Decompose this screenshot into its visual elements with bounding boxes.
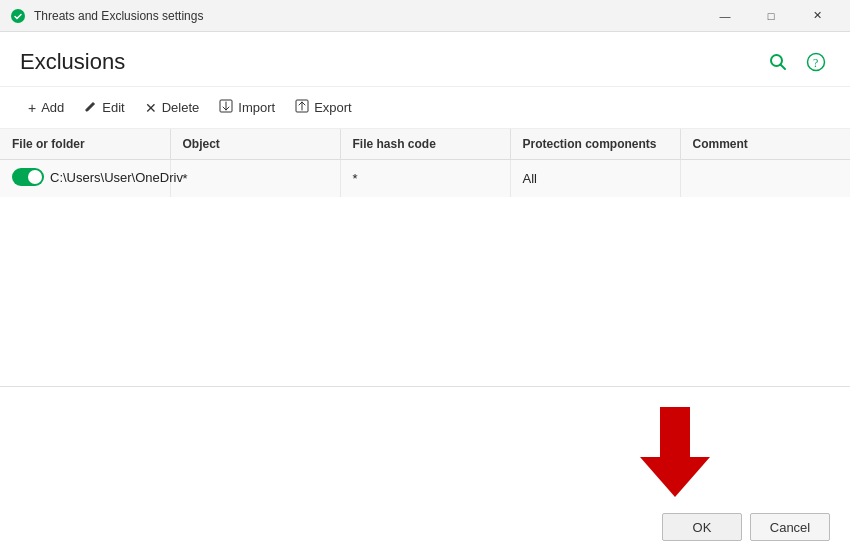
edit-button[interactable]: Edit [76,96,132,120]
col-header-object: Object [170,129,340,160]
table-header-row: File or folder Object File hash code Pro… [0,129,850,160]
main-content: Exclusions ? + Add [0,32,850,553]
export-button[interactable]: Export [287,95,360,120]
svg-point-0 [11,9,25,23]
delete-label: Delete [162,100,200,115]
cell-protection: All [510,160,680,198]
search-button[interactable] [764,48,792,76]
svg-marker-7 [640,407,710,497]
toggle-thumb [28,170,42,184]
window-controls: — □ ✕ [702,0,840,32]
app-icon [10,8,26,24]
cell-file: C:\Users\User\OneDriv [0,160,170,198]
titlebar-title: Threats and Exclusions settings [34,9,702,23]
cell-object: * [170,160,340,198]
add-button[interactable]: + Add [20,96,72,120]
footer-buttons: OK Cancel [0,505,850,553]
import-label: Import [238,100,275,115]
maximize-button[interactable]: □ [748,0,794,32]
cell-hash: * [340,160,510,198]
col-header-protection: Protection components [510,129,680,160]
delete-icon: ✕ [145,100,157,116]
col-header-file: File or folder [0,129,170,160]
exclusions-table-container: File or folder Object File hash code Pro… [0,129,850,386]
down-arrow-icon [640,407,710,497]
svg-text:?: ? [813,56,818,70]
cancel-button[interactable]: Cancel [750,513,830,541]
footer: OK Cancel [0,386,850,553]
table-row[interactable]: C:\Users\User\OneDriv * * All [0,160,850,198]
delete-button[interactable]: ✕ Delete [137,96,208,120]
help-button[interactable]: ? [802,48,830,76]
col-header-hash: File hash code [340,129,510,160]
col-header-comment: Comment [680,129,850,160]
file-path: C:\Users\User\OneDriv [50,170,183,185]
exclusions-table: File or folder Object File hash code Pro… [0,129,850,197]
ok-button[interactable]: OK [662,513,742,541]
help-icon: ? [806,52,826,72]
export-label: Export [314,100,352,115]
row-toggle[interactable]: C:\Users\User\OneDriv [12,168,183,186]
toggle-track[interactable] [12,168,44,186]
edit-label: Edit [102,100,124,115]
import-button[interactable]: Import [211,95,283,120]
close-button[interactable]: ✕ [794,0,840,32]
add-label: Add [41,100,64,115]
svg-line-2 [781,65,786,70]
export-icon [295,99,309,116]
titlebar: Threats and Exclusions settings — □ ✕ [0,0,850,32]
header-icons: ? [764,48,830,76]
cell-comment [680,160,850,198]
add-icon: + [28,100,36,116]
edit-icon [84,100,97,116]
page-header: Exclusions ? [0,32,850,87]
toolbar: + Add Edit ✕ Delete Import [0,87,850,129]
minimize-button[interactable]: — [702,0,748,32]
import-icon [219,99,233,116]
search-icon [768,52,788,72]
page-title: Exclusions [20,49,125,75]
